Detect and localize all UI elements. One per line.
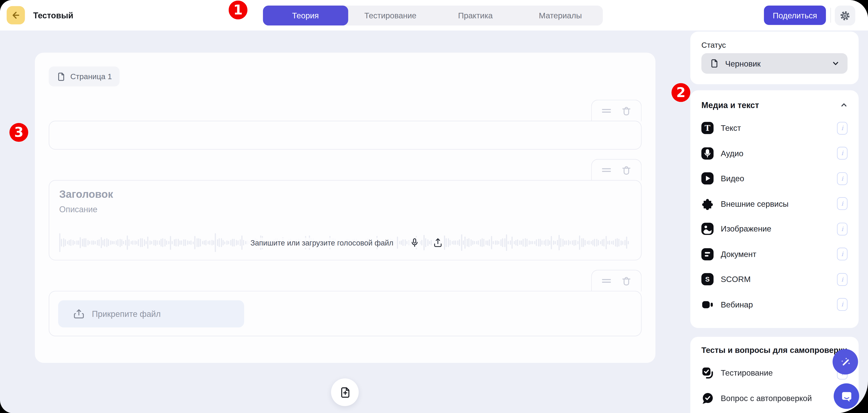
info-icon[interactable]: i	[837, 197, 847, 210]
sidebar-item-testing[interactable]: Тестированиеi	[701, 363, 847, 382]
autocheck-icon	[701, 392, 713, 404]
add-page-button[interactable]	[331, 378, 359, 406]
status-value: Черновик	[725, 59, 826, 68]
page-chip[interactable]: Страница 1	[49, 66, 119, 87]
sidebar-item-scorm[interactable]: SSCORMi	[701, 270, 847, 289]
tab-practice[interactable]: Практика	[433, 5, 518, 26]
attach-file-label: Прикрепите файл	[92, 309, 161, 319]
sidebar-item-webinar[interactable]: Вебинарi	[701, 295, 847, 314]
tab-testing[interactable]: Тестирование	[348, 5, 433, 26]
course-editor-app: Тестовый ТеорияТестированиеПрактикаМатер…	[0, 0, 868, 413]
trash-icon[interactable]	[621, 275, 632, 286]
page-file-icon	[56, 72, 66, 81]
sidebar-item-document[interactable]: Документi	[701, 244, 847, 263]
divider	[830, 8, 831, 23]
info-icon[interactable]: i	[837, 147, 847, 160]
annotation-badge-1: 1	[228, 0, 247, 19]
ai-assistant-button[interactable]	[833, 349, 858, 375]
annotation-badge-3: 3	[9, 123, 28, 142]
sidebar-item-text[interactable]: TТекстi	[701, 119, 847, 138]
trash-icon[interactable]	[621, 106, 632, 116]
back-button[interactable]	[7, 6, 25, 25]
info-icon[interactable]: i	[837, 122, 847, 135]
page-chip-label: Страница 1	[70, 72, 112, 81]
chevron-up-icon[interactable]	[840, 101, 847, 109]
chat-bubble-icon	[840, 389, 853, 403]
status-panel: Статус Черновик	[690, 32, 859, 84]
file-block: Прикрепите файл	[49, 291, 642, 336]
settings-button[interactable]	[835, 5, 855, 26]
info-icon[interactable]: i	[837, 247, 847, 260]
block-toolbar	[591, 100, 642, 121]
sidebar-item-label: Внешние сервисы	[721, 199, 830, 208]
tests-panel: Тесты и вопросы для самопроверки Тестиро…	[690, 337, 859, 413]
text-block-empty[interactable]	[49, 121, 642, 150]
upload-audio-icon[interactable]	[432, 237, 443, 248]
sidebar-item-label: Тестирование	[721, 368, 830, 378]
draft-file-icon	[710, 59, 719, 68]
video-icon	[701, 172, 713, 184]
sidebar-item-label: Документ	[721, 249, 830, 259]
puzzle-icon	[701, 198, 713, 210]
drag-handle-icon[interactable]	[601, 277, 612, 284]
status-dropdown[interactable]: Черновик	[701, 53, 847, 73]
support-chat-button[interactable]	[834, 383, 859, 409]
audio-block: Заголовок Описание Запишите или загрузит…	[49, 180, 642, 260]
share-button[interactable]: Поделиться	[764, 5, 826, 25]
chevron-down-icon	[832, 60, 839, 67]
sidebar-item-label: Текст	[721, 123, 830, 132]
info-icon[interactable]: i	[837, 298, 847, 311]
info-icon[interactable]: i	[837, 222, 847, 235]
block-title-input[interactable]: Заголовок	[59, 188, 113, 201]
tests-panel-header: Тесты и вопросы для самопроверки	[701, 346, 847, 355]
media-panel: Медиа и текст TТекстiАудиоiВидеоiВнешние…	[690, 90, 859, 328]
block-toolbar	[591, 159, 642, 181]
document-icon	[701, 248, 713, 260]
image-icon	[701, 223, 713, 235]
page-title: Тестовый	[33, 0, 73, 31]
tab-theory[interactable]: Теория	[263, 5, 348, 26]
annotation-badge-2: 2	[672, 83, 690, 101]
sidebar-item-audio[interactable]: Аудиоi	[701, 144, 847, 163]
file-plus-icon	[338, 386, 351, 399]
sidebar-item-label: Вопрос с автопроверкой	[721, 394, 830, 403]
info-icon[interactable]: i	[837, 172, 847, 185]
lesson-canvas: Страница 1 Заголовок Описание	[35, 53, 655, 363]
sidebar-item-label: Аудио	[721, 149, 830, 158]
tab-bar: ТеорияТестированиеПрактикаМатериалы	[263, 5, 603, 26]
media-panel-header: Медиа и текст	[701, 100, 759, 110]
trash-icon[interactable]	[621, 165, 632, 175]
testing-icon	[701, 367, 713, 379]
audio-icon	[701, 147, 713, 159]
magic-wand-icon	[839, 355, 852, 368]
text-icon: T	[701, 122, 713, 134]
status-label: Статус	[701, 40, 847, 49]
block-toolbar	[591, 270, 642, 291]
gear-icon	[839, 10, 851, 21]
drag-handle-icon[interactable]	[601, 107, 612, 114]
audio-hint: Запишите или загрузите голосовой файл	[247, 237, 397, 248]
sidebar-item-label: Вебинар	[721, 300, 830, 309]
sidebar-item-label: Изображение	[721, 225, 830, 233]
attach-file-button[interactable]: Прикрепите файл	[58, 300, 244, 327]
sidebar-item-external-services[interactable]: Внешние сервисыi	[701, 194, 847, 213]
sidebar-item-label: Видео	[721, 174, 830, 183]
sidebar-item-auto-check-question[interactable]: Вопрос с автопроверкойi	[701, 389, 847, 408]
microphone-icon[interactable]	[409, 237, 420, 248]
block-description-input[interactable]: Описание	[59, 204, 97, 214]
sidebar-item-label: SCORM	[721, 275, 830, 284]
sidebar-item-image[interactable]: Изображениеi	[701, 219, 847, 238]
info-icon[interactable]: i	[837, 273, 847, 286]
topbar: Тестовый ТеорияТестированиеПрактикаМатер…	[0, 0, 868, 31]
sidebar-item-video[interactable]: Видеоi	[701, 169, 847, 188]
audio-record-row: Запишите или загрузите голосовой файл	[49, 232, 641, 253]
arrow-left-icon	[10, 10, 21, 21]
webinar-icon	[701, 298, 713, 311]
tab-materials[interactable]: Материалы	[518, 5, 603, 26]
scorm-icon: S	[701, 273, 713, 285]
upload-file-icon	[73, 308, 85, 320]
drag-handle-icon[interactable]	[601, 167, 612, 173]
